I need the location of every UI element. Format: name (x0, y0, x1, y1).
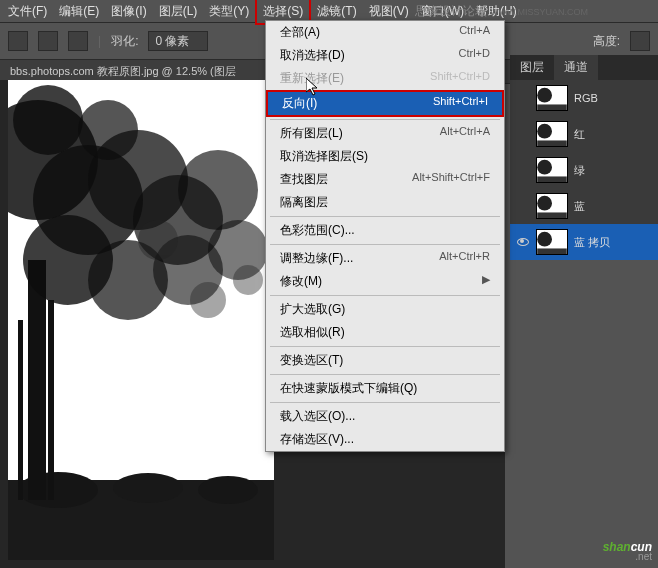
menu-item-10[interactable]: 色彩范围(C)... (266, 219, 504, 242)
svg-point-18 (78, 100, 138, 160)
menu-item-label: 全部(A) (280, 24, 320, 41)
channel-row-红[interactable]: 红 (510, 116, 658, 152)
channel-thumbnail (536, 121, 568, 147)
svg-rect-27 (537, 140, 567, 146)
menu-item-label: 色彩范围(C)... (280, 222, 355, 239)
svg-point-35 (537, 232, 552, 247)
menu-item-7[interactable]: 查找图层Alt+Shift+Ctrl+F (266, 168, 504, 191)
channel-row-蓝[interactable]: 蓝 (510, 188, 658, 224)
channel-row-蓝 拷贝[interactable]: 蓝 拷贝 (510, 224, 658, 260)
tool-icon-1[interactable] (8, 31, 28, 51)
visibility-icon[interactable] (516, 127, 530, 141)
menu-item-label: 存储选区(V)... (280, 431, 354, 448)
tool-icon-3[interactable] (68, 31, 88, 51)
svg-point-26 (537, 124, 552, 139)
menu-item-23[interactable]: 存储选区(V)... (266, 428, 504, 451)
svg-point-17 (13, 85, 83, 155)
menu-item-label: 载入选区(O)... (280, 408, 355, 425)
channel-label: 红 (574, 127, 585, 142)
channel-row-RGB[interactable]: RGB (510, 80, 658, 116)
menu-item-22[interactable]: 载入选区(O)... (266, 405, 504, 428)
menu-item-label: 查找图层 (280, 171, 328, 188)
menu-item-label: 隔离图层 (280, 194, 328, 211)
menu-separator (270, 346, 500, 347)
channel-thumbnail (536, 85, 568, 111)
menu-item-15[interactable]: 扩大选取(G) (266, 298, 504, 321)
visibility-icon[interactable] (516, 163, 530, 177)
watermark: shancun .net (603, 529, 652, 562)
tree-image (8, 80, 274, 560)
channel-thumbnail (536, 193, 568, 219)
panels: 图层 通道 RGB红绿蓝蓝 拷贝 (510, 55, 658, 260)
menu-item-8[interactable]: 隔离图层 (266, 191, 504, 214)
menu-item-3[interactable]: 反向(I)Shift+Ctrl+I (266, 90, 504, 117)
svg-point-20 (190, 282, 226, 318)
menu-item-5[interactable]: 所有图层(L)Alt+Ctrl+A (266, 122, 504, 145)
menu-item-6[interactable]: 取消选择图层(S) (266, 145, 504, 168)
menu-item-18[interactable]: 变换选区(T) (266, 349, 504, 372)
visibility-icon[interactable] (516, 199, 530, 213)
menu-item-13[interactable]: 修改(M)▶ (266, 270, 504, 293)
menu-item-0[interactable]: 全部(A)Ctrl+A (266, 21, 504, 44)
canvas[interactable] (8, 80, 274, 560)
menu-item-shortcut: Alt+Ctrl+R (439, 250, 490, 267)
svg-point-19 (138, 220, 178, 260)
tab-layers[interactable]: 图层 (510, 55, 554, 80)
menu-item-label: 调整边缘(F)... (280, 250, 353, 267)
channel-row-绿[interactable]: 绿 (510, 152, 658, 188)
select-menu-dropdown: 全部(A)Ctrl+A取消选择(D)Ctrl+D重新选择(E)Shift+Ctr… (265, 20, 505, 452)
menu-item-label: 修改(M) (280, 273, 322, 290)
menu-item-label: 所有图层(L) (280, 125, 343, 142)
visibility-icon[interactable] (516, 235, 530, 249)
channel-thumbnail (536, 157, 568, 183)
visibility-icon[interactable] (516, 91, 530, 105)
svg-rect-24 (537, 104, 567, 110)
channel-label: 绿 (574, 163, 585, 178)
menu-separator (270, 374, 500, 375)
menu-item-shortcut: Shift+Ctrl+I (433, 95, 488, 112)
menu-file[interactable]: 文件(F) (2, 0, 53, 23)
svg-point-4 (198, 476, 258, 504)
menu-item-label: 变换选区(T) (280, 352, 343, 369)
menu-item-shortcut: Alt+Shift+Ctrl+F (412, 171, 490, 188)
menu-type[interactable]: 类型(Y) (203, 0, 255, 23)
tool-icon-2[interactable] (38, 31, 58, 51)
svg-point-21 (233, 265, 263, 295)
svg-point-23 (537, 88, 552, 103)
svg-rect-7 (18, 320, 23, 500)
menu-item-label: 反向(I) (282, 95, 317, 112)
menu-item-16[interactable]: 选取相似(R) (266, 321, 504, 344)
tool-icon-4[interactable] (630, 31, 650, 51)
menu-layer[interactable]: 图层(L) (153, 0, 204, 23)
menu-separator (270, 244, 500, 245)
menu-item-label: 扩大选取(G) (280, 301, 345, 318)
menu-item-12[interactable]: 调整边缘(F)...Alt+Ctrl+R (266, 247, 504, 270)
menu-item-shortcut: Ctrl+D (459, 47, 490, 64)
svg-point-3 (113, 473, 183, 503)
panel-tabs: 图层 通道 (510, 55, 658, 80)
menu-item-shortcut: ▶ (482, 273, 490, 290)
svg-rect-30 (537, 176, 567, 182)
height-label: 高度: (593, 33, 620, 50)
menu-item-shortcut: Ctrl+A (459, 24, 490, 41)
menu-item-20[interactable]: 在快速蒙版模式下编辑(Q) (266, 377, 504, 400)
menu-separator (270, 295, 500, 296)
menu-separator (270, 119, 500, 120)
menu-item-label: 取消选择图层(S) (280, 148, 368, 165)
feather-input[interactable] (148, 31, 208, 51)
channel-label: 蓝 (574, 199, 585, 214)
menu-image[interactable]: 图像(I) (105, 0, 152, 23)
svg-point-29 (537, 160, 552, 175)
menu-item-2: 重新选择(E)Shift+Ctrl+D (266, 67, 504, 90)
menu-item-label: 选取相似(R) (280, 324, 345, 341)
svg-point-12 (178, 150, 258, 230)
tab-channels[interactable]: 通道 (554, 55, 598, 80)
header-brand: 思缘设计论坛 WWW.MISSYUAN.COM (415, 3, 588, 20)
menu-item-1[interactable]: 取消选择(D)Ctrl+D (266, 44, 504, 67)
menu-separator (270, 402, 500, 403)
svg-rect-36 (537, 248, 567, 254)
svg-rect-33 (537, 212, 567, 218)
menu-edit[interactable]: 编辑(E) (53, 0, 105, 23)
menu-item-shortcut: Alt+Ctrl+A (440, 125, 490, 142)
svg-rect-6 (48, 300, 54, 500)
